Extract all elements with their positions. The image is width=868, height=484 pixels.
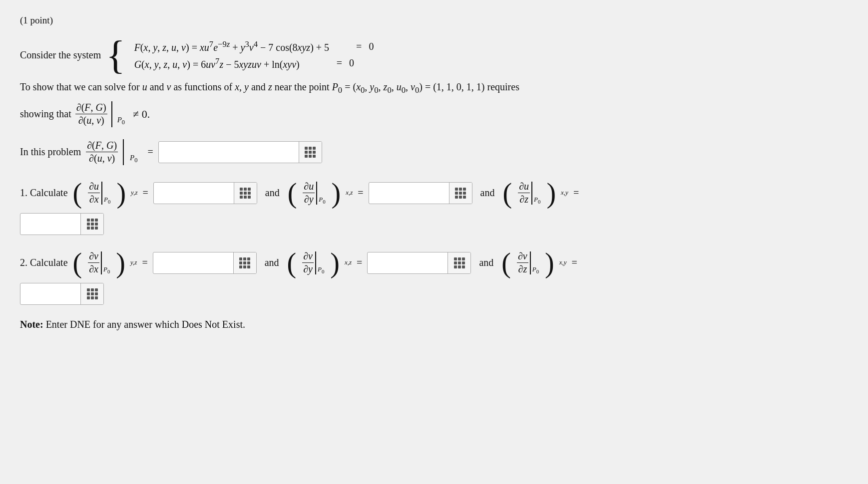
eval-bar-dv-dy xyxy=(315,251,316,274)
dv-dz-grid-btn[interactable] xyxy=(80,283,103,304)
grid-icon-3 xyxy=(455,188,466,199)
note-bold-label: Note: xyxy=(20,319,43,330)
calc1-second-row xyxy=(20,213,848,235)
eval-subscript-P0: P0 xyxy=(117,116,125,126)
consider-row: Consider the system { F(x, y, z, u, v) =… xyxy=(20,35,848,75)
consider-label: Consider the system xyxy=(20,49,101,61)
paren-right-5: ) xyxy=(330,249,340,277)
calc1-row: 1. Calculate ( ∂u ∂x P0 ) y,z = xyxy=(20,179,848,207)
jacobian-grid-button[interactable] xyxy=(299,142,322,163)
du-dz-grid-btn[interactable] xyxy=(80,214,103,235)
jacobian-fraction2: ∂(F, G) ∂(u, v) xyxy=(86,140,118,164)
paren-right-2: ) xyxy=(332,179,341,207)
du-dy-frac: ∂u ∂y xyxy=(303,181,315,205)
paren-right-4: ) xyxy=(116,249,125,277)
grid-icon-6 xyxy=(454,257,465,268)
calc2-label: 2. Calculate xyxy=(20,257,68,268)
dv-dz-input[interactable] xyxy=(20,283,80,304)
sub-yz-2: y,z xyxy=(130,258,137,266)
eval-P0-dv-dx: P0 xyxy=(103,265,110,274)
and-label-3: and xyxy=(265,257,279,268)
eval-bar xyxy=(111,101,112,127)
dv-dx-num: ∂v xyxy=(88,250,99,263)
paren-right-6: ) xyxy=(545,249,554,277)
du-dy-num: ∂u xyxy=(303,181,315,193)
calc2-row: 2. Calculate ( ∂v ∂x P0 ) y,z = xyxy=(20,249,848,277)
point-label: (1 point) xyxy=(20,15,848,26)
left-brace: { xyxy=(106,35,125,75)
eval-bar-dv-dx xyxy=(101,251,102,274)
du-dy-den: ∂y xyxy=(303,193,315,205)
du-dx-input[interactable] xyxy=(154,183,234,204)
dv-dz-answer-box[interactable] xyxy=(20,283,104,305)
eval-bar-du-dz xyxy=(531,182,532,205)
dv-dy-answer-box[interactable] xyxy=(367,252,471,274)
dv-dx-grid-btn[interactable] xyxy=(233,252,256,273)
and-label-2: and xyxy=(480,187,495,199)
du-dx-answer-box[interactable] xyxy=(153,182,257,204)
du-dy-grid-btn[interactable] xyxy=(449,183,472,204)
eval-subscript2-P0: P0 xyxy=(130,154,137,164)
paren-left-3: ( xyxy=(503,179,512,207)
calc2-second-row xyxy=(20,283,848,305)
paren-right-3: ) xyxy=(546,179,556,207)
du-dz-input[interactable] xyxy=(20,214,80,235)
jacobian2-denominator: ∂(u, v) xyxy=(88,152,116,164)
calc2-eq3: = xyxy=(572,257,577,268)
dv-dz-num: ∂v xyxy=(517,250,528,263)
dv-dz-den: ∂z xyxy=(517,263,528,275)
sub-xy-1: x,y xyxy=(561,189,568,197)
sub-xz-1: x,z xyxy=(346,189,353,197)
in-this-label: In this problem xyxy=(20,146,81,158)
calc1-section: 1. Calculate ( ∂u ∂x P0 ) y,z = xyxy=(20,179,848,235)
grid-icon-2 xyxy=(240,188,251,199)
eval-P0-du-dz: P0 xyxy=(534,196,540,205)
dv-dx-input[interactable] xyxy=(153,252,233,273)
calc1-eq1: = xyxy=(142,187,148,199)
paren-left-1: ( xyxy=(73,179,82,207)
eq2-zero: 0 xyxy=(349,57,354,69)
jacobian-numerator: ∂(F, G) xyxy=(75,102,107,114)
eval-P0-dv-dy: P0 xyxy=(318,265,324,274)
calc1-label: 1. Calculate xyxy=(20,187,68,199)
grid-icon-4 xyxy=(87,219,98,230)
jacobian-answer-input[interactable] xyxy=(159,142,299,163)
and-label-4: and xyxy=(479,257,493,268)
du-dx-den: ∂x xyxy=(88,193,100,205)
calc2-section: 2. Calculate ( ∂v ∂x P0 ) y,z = xyxy=(20,249,848,305)
paren-right-1: ) xyxy=(116,179,126,207)
calc2-eq1: = xyxy=(142,257,147,268)
in-this-equals: = xyxy=(148,146,153,158)
sub-xz-2: x,z xyxy=(345,258,352,266)
jacobian-answer-box[interactable] xyxy=(158,141,322,163)
equation1-line: F(x, y, z, u, v) = xu7e−9z + y3v4 − 7 co… xyxy=(134,39,374,53)
du-dy-input[interactable] xyxy=(369,183,449,204)
dv-dx-answer-box[interactable] xyxy=(153,252,257,274)
jacobian-denominator: ∂(u, v) xyxy=(77,114,105,126)
dv-dy-grid-btn[interactable] xyxy=(447,252,470,273)
neq-zero: ≠ 0. xyxy=(133,108,150,121)
eval-bar-dv-dz xyxy=(530,251,531,274)
dv-dz-frac: ∂v ∂z xyxy=(517,250,528,275)
dv-dx-frac: ∂v ∂x xyxy=(88,250,99,275)
jacobian2-numerator: ∂(F, G) xyxy=(86,140,118,152)
dv-dy-num: ∂v xyxy=(302,250,314,263)
eval-P0-du-dy: P0 xyxy=(319,196,325,205)
dv-dx-den: ∂x xyxy=(88,263,99,275)
du-dz-num: ∂u xyxy=(518,181,530,193)
eq1-zero: 0 xyxy=(369,41,374,52)
du-dz-answer-box[interactable] xyxy=(20,213,104,235)
paren-left-4: ( xyxy=(73,249,82,277)
du-dy-answer-box[interactable] xyxy=(369,182,472,204)
du-dx-num: ∂u xyxy=(88,181,100,193)
jacobian-fraction: ∂(F, G) ∂(u, v) xyxy=(75,102,107,126)
du-dx-grid-btn[interactable] xyxy=(234,183,257,204)
grid-icon-7 xyxy=(87,288,98,299)
eq2-equals: = xyxy=(337,57,342,69)
eq1-equals: = xyxy=(356,41,362,52)
calc1-eq2: = xyxy=(358,187,363,199)
eval-bar-du-dy xyxy=(316,182,317,205)
dv-dy-input[interactable] xyxy=(368,252,447,273)
paragraph-text: To show that we can solve for u and v as… xyxy=(20,79,848,97)
showing-row: showing that ∂(F, G) ∂(u, v) P0 ≠ 0. xyxy=(20,101,848,127)
